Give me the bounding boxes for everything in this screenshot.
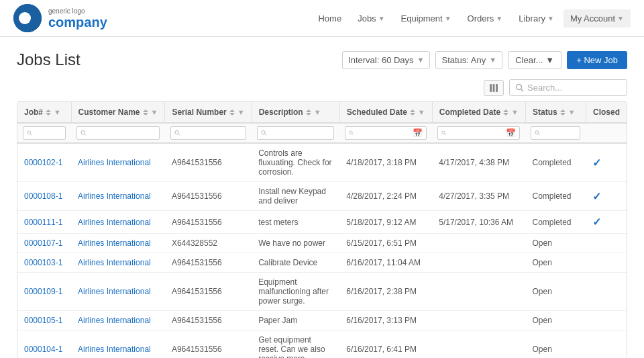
jobs-table: Job# ▼ Customer Name	[17, 102, 627, 358]
filter-status-input[interactable]	[543, 128, 577, 138]
serial-sort[interactable]	[229, 109, 235, 116]
svg-line-17	[352, 134, 354, 135]
closed-cell	[586, 234, 627, 253]
description-cell: Get equipment reset. Can we also receive…	[252, 330, 339, 359]
scheduled-date-cell: 6/16/2017, 3:13 PM	[339, 311, 432, 330]
description-cell: We have no power	[252, 234, 339, 253]
filter-serial-input[interactable]	[182, 128, 242, 138]
sched-sort[interactable]	[410, 109, 415, 116]
nav-orders[interactable]: Orders ▼	[461, 9, 510, 28]
filter-customer-input[interactable]	[89, 128, 156, 138]
status-cell: Completed	[525, 182, 586, 211]
customer-name-link[interactable]: Airlines International	[78, 158, 151, 167]
customer-name-link[interactable]: Airlines International	[78, 191, 151, 201]
col-header-customer-name: Customer Name ▼	[71, 102, 165, 123]
filter-sched-input[interactable]	[356, 128, 411, 138]
closed-cell	[586, 311, 627, 330]
nav-home[interactable]: Home	[311, 9, 348, 28]
svg-line-11	[85, 134, 86, 135]
status-cell: Open	[525, 234, 586, 253]
customer-name-link[interactable]: Airlines International	[78, 287, 151, 296]
status-sort[interactable]	[560, 109, 566, 116]
customer-filter-icon[interactable]: ▼	[151, 108, 158, 116]
job-num-link[interactable]: 0000107-1	[24, 238, 62, 248]
columns-button[interactable]	[484, 80, 504, 96]
customer-name-link[interactable]: Airlines International	[78, 218, 151, 227]
serial-filter-icon[interactable]: ▼	[237, 108, 245, 116]
status-cell: Open	[525, 330, 586, 359]
sched-filter-icon[interactable]: ▼	[418, 108, 425, 116]
status-select[interactable]: Status: Any ▼	[435, 51, 502, 69]
status-filter-icon[interactable]: ▼	[568, 108, 576, 116]
job-num-link[interactable]: 0000103-1	[24, 258, 62, 267]
table-row: 0000111-1Airlines InternationalA96415315…	[17, 211, 627, 234]
status-cell: Completed	[525, 211, 586, 234]
job-num-link[interactable]: 0000104-1	[24, 345, 62, 354]
logo-area: generic logo company	[13, 4, 107, 32]
table-row: 0000109-1Airlines InternationalA96415315…	[17, 273, 627, 311]
nav-my-account[interactable]: My Account ▼	[564, 9, 631, 28]
orders-caret: ▼	[496, 15, 502, 22]
serial-number-cell: A9641531556	[165, 273, 252, 311]
status-cell: Open	[525, 311, 586, 330]
clear-caret: ▼	[545, 55, 554, 65]
svg-point-18	[442, 131, 445, 134]
table-row: 0000104-1Airlines InternationalA96415315…	[17, 330, 627, 359]
closed-checkmark: ✓	[592, 191, 601, 202]
description-cell: Equipment malfunctioning after power sur…	[252, 273, 339, 311]
equipment-caret: ▼	[445, 15, 451, 22]
col-header-closed: Closed	[586, 102, 627, 123]
job-num-link[interactable]: 0000111-1	[24, 218, 62, 227]
svg-point-14	[262, 130, 265, 134]
serial-number-cell: A9641531556	[165, 211, 252, 234]
comp-calendar-button[interactable]: 📅	[506, 128, 516, 138]
job-num-filter-icon[interactable]: ▼	[54, 108, 61, 116]
filter-status	[525, 123, 586, 143]
search-input[interactable]	[527, 83, 621, 93]
customer-name-link[interactable]: Airlines International	[78, 345, 151, 354]
col-header-job-num: Job# ▼	[17, 102, 71, 123]
search-icon	[515, 83, 524, 92]
svg-line-13	[178, 134, 180, 135]
closed-cell	[586, 253, 627, 273]
desc-sort[interactable]	[306, 109, 311, 116]
customer-name-link[interactable]: Airlines International	[78, 316, 151, 325]
filter-search-icon-customer	[80, 130, 87, 136]
job-num-link[interactable]: 0000108-1	[24, 191, 62, 201]
comp-filter-icon[interactable]: ▼	[511, 108, 519, 116]
closed-cell	[586, 330, 627, 359]
job-num-link[interactable]: 0000102-1	[24, 158, 62, 167]
jobs-table-container: Job# ▼ Customer Name	[17, 101, 627, 358]
completed-date-cell	[432, 253, 525, 273]
customer-name-link[interactable]: Airlines International	[78, 238, 151, 248]
interval-select[interactable]: Interval: 60 Days ▼	[342, 51, 430, 69]
nav-jobs[interactable]: Jobs ▼	[351, 9, 391, 28]
job-num-link[interactable]: 0000105-1	[24, 316, 62, 325]
filter-job-input[interactable]	[34, 128, 62, 138]
filter-desc-input[interactable]	[269, 128, 330, 138]
search-box	[509, 79, 627, 96]
logo-text: generic logo company	[48, 7, 107, 30]
nav-library[interactable]: Library ▼	[512, 9, 561, 28]
nav-equipment[interactable]: Equipment ▼	[394, 9, 458, 28]
scheduled-date-cell: 6/16/2017, 6:41 PM	[339, 330, 432, 359]
filter-search-icon-desc	[261, 130, 267, 136]
header: generic logo company Home Jobs ▼ Equipme…	[0, 0, 644, 37]
completed-date-cell	[432, 234, 525, 253]
customer-name-link[interactable]: Airlines International	[78, 258, 151, 267]
sched-calendar-button[interactable]: 📅	[413, 128, 423, 138]
comp-sort[interactable]	[503, 109, 508, 116]
clear-button[interactable]: Clear... ▼	[508, 51, 561, 69]
description-cell: test meters	[252, 211, 339, 234]
job-num-link[interactable]: 0000109-1	[24, 287, 62, 296]
col-header-description: Description ▼	[252, 102, 339, 123]
desc-filter-icon[interactable]: ▼	[314, 108, 321, 116]
filter-comp-input[interactable]	[449, 128, 504, 138]
closed-cell: ✓	[586, 211, 627, 234]
closed-cell	[586, 273, 627, 311]
job-num-sort[interactable]	[46, 109, 51, 116]
svg-line-19	[445, 134, 446, 135]
description-cell: Controls are fluxuating. Check for corro…	[252, 143, 339, 182]
customer-sort[interactable]	[143, 109, 148, 116]
new-job-button[interactable]: + New Job	[567, 51, 627, 69]
